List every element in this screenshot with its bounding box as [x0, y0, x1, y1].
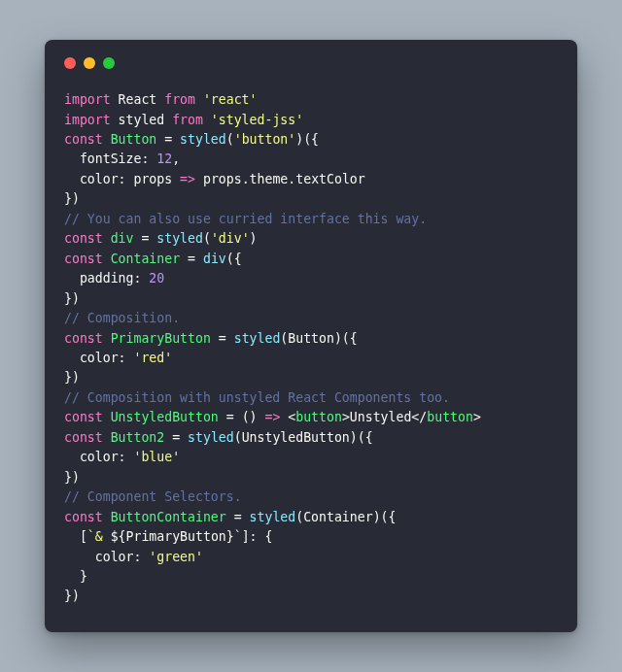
- code-token: :: [119, 172, 134, 186]
- code-token: PrimaryButton: [111, 331, 219, 346]
- code-token: `&: [87, 529, 111, 544]
- code-token: div: [111, 231, 142, 246]
- code-line: import React from 'react': [64, 92, 258, 107]
- code-token: )({: [373, 510, 397, 524]
- code-token: :: [119, 450, 134, 464]
- code-token: }: [64, 569, 87, 584]
- close-icon[interactable]: [64, 57, 76, 69]
- code-token: ): [250, 231, 258, 246]
- code-token: 20: [149, 271, 164, 286]
- code-token: ButtonContainer: [111, 510, 234, 524]
- code-token: // Composition.: [64, 311, 180, 325]
- code-line: }): [64, 191, 80, 206]
- code-line: // Component Selectors.: [64, 489, 242, 504]
- code-token: ]: {: [242, 529, 273, 544]
- code-block: import React from 'react' import styled …: [64, 90, 558, 607]
- code-token: Unstyled: [350, 410, 412, 424]
- code-token: )({: [334, 331, 358, 346]
- code-line: [`& ${PrimaryButton}`]: {: [64, 529, 272, 544]
- code-token: color: [64, 550, 133, 564]
- code-line: }: [64, 569, 87, 584]
- code-token: const: [64, 430, 111, 445]
- code-token: props: [133, 172, 180, 186]
- code-token: Button: [111, 132, 165, 147]
- code-token: props: [203, 172, 242, 186]
- code-token: // You can also use curried interface th…: [64, 212, 427, 226]
- code-line: color: 'blue': [64, 450, 180, 464]
- code-line: const Button2 = styled(UnstyledButton)({: [64, 430, 373, 445]
- code-token: (: [203, 231, 211, 246]
- code-token: =: [234, 510, 250, 524]
- code-token: .: [242, 172, 250, 186]
- code-token: 'div': [211, 231, 250, 246]
- code-line: // You can also use curried interface th…: [64, 212, 427, 226]
- code-line: const Container = div({: [64, 252, 242, 266]
- code-line: import styled from 'styled-jss': [64, 113, 303, 127]
- code-line: const UnstyledButton = () => <button>Uns…: [64, 410, 481, 424]
- code-token: fontSize: [64, 151, 141, 166]
- code-token: textColor: [295, 172, 364, 186]
- code-line: color: 'red': [64, 351, 172, 365]
- code-token: const: [64, 252, 111, 266]
- code-token: =: [141, 231, 156, 246]
- code-token: (: [295, 510, 303, 524]
- code-token: =: [188, 252, 203, 266]
- code-token: 'red': [133, 351, 172, 365]
- code-line: }): [64, 588, 80, 603]
- code-token: :: [133, 550, 149, 564]
- code-token: 12: [156, 151, 172, 166]
- code-token: color: [64, 450, 119, 464]
- code-token: Container: [303, 510, 372, 524]
- code-line: padding: 20: [64, 271, 164, 286]
- code-token: =>: [264, 410, 288, 424]
- code-token: ${: [111, 529, 126, 544]
- code-token: const: [64, 410, 111, 424]
- code-token: styled: [250, 510, 296, 524]
- code-token: >: [342, 410, 350, 424]
- code-token: Button: [288, 331, 334, 346]
- code-line: }): [64, 470, 80, 485]
- minimize-icon[interactable]: [84, 57, 95, 69]
- code-line: }): [64, 370, 80, 385]
- code-token: React: [119, 92, 165, 107]
- code-token: import: [64, 113, 119, 127]
- code-token: ({: [226, 252, 242, 266]
- code-token: (: [226, 132, 234, 147]
- code-token: (: [234, 430, 242, 445]
- code-line: const div = styled('div'): [64, 231, 258, 246]
- code-token: >: [473, 410, 481, 424]
- code-token: :: [119, 351, 134, 365]
- code-window: import React from 'react' import styled …: [45, 40, 577, 632]
- code-token: button: [295, 410, 342, 424]
- code-token: // Component Selectors.: [64, 489, 242, 504]
- code-token: 'button': [234, 132, 296, 147]
- code-token: Container: [111, 252, 188, 266]
- code-token: const: [64, 331, 111, 346]
- code-line: }): [64, 291, 80, 306]
- code-token: styled: [234, 331, 281, 346]
- code-token: const: [64, 510, 111, 524]
- code-token: =: [172, 430, 188, 445]
- code-line: fontSize: 12,: [64, 151, 180, 166]
- code-line: color: 'green': [64, 550, 203, 564]
- code-token: }): [64, 370, 80, 385]
- code-token: UnstyledButton: [111, 410, 226, 424]
- code-token: (): [242, 410, 265, 424]
- code-token: import: [64, 92, 119, 107]
- code-line: color: props => props.theme.textColor: [64, 172, 365, 186]
- code-line: const PrimaryButton = styled(Button)({: [64, 331, 358, 346]
- code-token: :: [133, 271, 149, 286]
- code-token: theme: [250, 172, 289, 186]
- code-token: 'styled-jss': [211, 113, 303, 127]
- code-token: styled: [119, 113, 173, 127]
- code-token: Button2: [111, 430, 173, 445]
- code-token: from: [172, 113, 211, 127]
- code-token: =: [219, 331, 234, 346]
- code-token: button: [427, 410, 473, 424]
- code-token: )({: [350, 430, 373, 445]
- code-token: }: [226, 529, 234, 544]
- code-token: }): [64, 191, 80, 206]
- code-token: UnstyledButton: [242, 430, 350, 445]
- zoom-icon[interactable]: [103, 57, 115, 69]
- code-token: )({: [295, 132, 319, 147]
